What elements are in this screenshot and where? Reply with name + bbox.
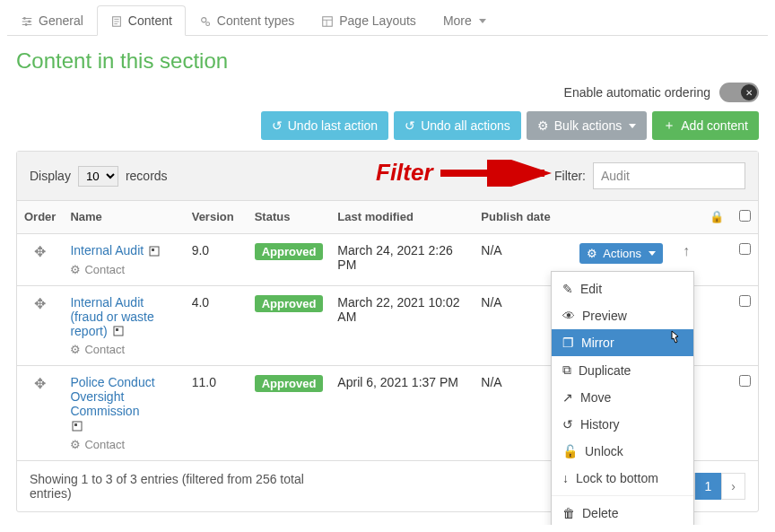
move-up-button[interactable]: ↑	[683, 243, 690, 258]
display-label: Display	[30, 169, 71, 183]
plus-icon: ＋	[663, 118, 675, 134]
tab-more[interactable]: More	[430, 5, 500, 35]
type-icon: ⚙	[70, 438, 81, 451]
menu-edit[interactable]: ✎Edit	[552, 275, 693, 302]
type-icon: ⚙	[70, 263, 81, 276]
last-modified-cell: March 22, 2021 10:02 AM	[330, 285, 474, 365]
document-icon	[110, 13, 123, 28]
menu-move[interactable]: ↗Move	[552, 384, 693, 411]
undo-last-button[interactable]: ↺ Undo last action	[261, 111, 388, 140]
menu-duplicate[interactable]: ⧉Duplicate	[552, 356, 693, 384]
col-actions	[572, 201, 670, 234]
dashboard-icon	[113, 325, 124, 339]
tab-label: General	[39, 13, 83, 28]
status-badge: Approved	[255, 243, 324, 260]
svg-rect-9	[152, 249, 154, 251]
dashboard-icon	[149, 245, 160, 259]
trash-icon: 🗑	[562, 506, 575, 520]
gear-icon: ⚙	[587, 247, 597, 260]
svg-point-5	[206, 22, 210, 26]
auto-order-toggle[interactable]: ✕	[719, 83, 759, 102]
content-link[interactable]: Police Conduct Oversight Commission	[70, 375, 154, 418]
auto-order-row: Enable automatic ordering ✕	[0, 83, 775, 111]
tab-content-types[interactable]: Content types	[186, 5, 308, 35]
tab-content[interactable]: Content	[97, 5, 186, 36]
page-title: Content in this section	[16, 48, 759, 74]
arrow-down-icon: ↓	[562, 471, 569, 485]
records-label: records	[126, 169, 168, 183]
menu-history[interactable]: ↺History	[552, 411, 693, 438]
tab-bar: General Content Content types Page Layou…	[7, 5, 768, 36]
svg-rect-11	[116, 328, 118, 331]
filter-input[interactable]	[593, 162, 745, 189]
tab-label: Content types	[217, 13, 294, 28]
button-label: Add content	[681, 118, 748, 133]
menu-delete[interactable]: 🗑Delete	[552, 500, 693, 525]
last-modified-cell: April 6, 2021 1:37 PM	[330, 365, 474, 460]
tab-label: Content	[128, 13, 172, 28]
undo-icon: ↺	[272, 118, 283, 133]
actions-dropdown: ✎Edit 👁Preview ❐Mirror ⧉Duplicate ↗Move …	[551, 271, 694, 525]
status-badge: Approved	[255, 295, 324, 312]
svg-point-1	[28, 21, 30, 23]
col-order[interactable]: Order	[17, 201, 63, 234]
col-last-modified[interactable]: Last modified	[330, 201, 474, 234]
content-link[interactable]: Internal Audit	[70, 243, 144, 257]
gear-icon: ⚙	[537, 118, 549, 133]
last-modified-cell: March 24, 2021 2:26 PM	[330, 234, 474, 285]
col-status[interactable]: Status	[248, 201, 331, 234]
undo-all-button[interactable]: ↺ Undo all actions	[394, 111, 521, 140]
drag-handle-icon[interactable]: ✥	[34, 296, 46, 311]
copy-icon: ⧉	[562, 362, 571, 378]
content-panel: Display 10 records Filter: Filter Order …	[16, 151, 759, 512]
add-content-button[interactable]: ＋ Add content	[652, 111, 759, 140]
toolbar: ↺ Undo last action ↺ Undo all actions ⚙ …	[0, 111, 775, 151]
col-name[interactable]: Name	[63, 201, 184, 234]
menu-unlock[interactable]: 🔓Unlock	[552, 438, 693, 465]
drag-handle-icon[interactable]: ✥	[34, 376, 46, 391]
select-all-checkbox[interactable]	[739, 210, 751, 222]
chevron-down-icon	[629, 124, 636, 128]
arrow-icon	[439, 160, 555, 187]
undo-icon: ↺	[405, 118, 415, 133]
row-checkbox[interactable]	[739, 375, 751, 387]
button-label: Actions	[603, 247, 641, 260]
row-checkbox[interactable]	[739, 295, 751, 307]
col-lock: 🔒	[702, 201, 731, 234]
content-type-label: ⚙ Contact	[70, 438, 177, 451]
button-label: Undo last action	[288, 118, 378, 133]
actions-button[interactable]: ⚙ Actions	[579, 243, 663, 264]
auto-order-label: Enable automatic ordering	[564, 85, 710, 100]
col-publish-date[interactable]: Publish date	[474, 201, 572, 234]
entries-info: Showing 1 to 3 of 3 entries (filtered fr…	[30, 472, 317, 501]
drag-handle-icon[interactable]: ✥	[34, 244, 46, 259]
svg-point-0	[23, 17, 26, 20]
menu-preview[interactable]: 👁Preview	[552, 302, 693, 329]
tab-label: Page Layouts	[339, 13, 416, 28]
pager-page[interactable]: 1	[695, 473, 722, 500]
menu-lock-bottom[interactable]: ↓Lock to bottom	[552, 465, 693, 492]
gears-icon	[199, 13, 212, 28]
tab-page-layouts[interactable]: Page Layouts	[308, 5, 430, 35]
button-label: Bulk actions	[554, 118, 622, 133]
unlock-icon: 🔓	[562, 444, 578, 458]
version-cell: 9.0	[185, 234, 248, 285]
tab-general[interactable]: General	[7, 5, 97, 35]
svg-point-4	[201, 18, 205, 22]
version-cell: 4.0	[185, 285, 248, 365]
history-icon: ↺	[562, 417, 573, 432]
row-checkbox[interactable]	[739, 243, 751, 255]
chevron-down-icon	[479, 19, 486, 23]
external-icon: ↗	[562, 390, 573, 405]
records-select[interactable]: 10	[78, 166, 118, 187]
type-icon: ⚙	[70, 343, 81, 356]
version-cell: 11.0	[185, 365, 248, 460]
bulk-actions-button[interactable]: ⚙ Bulk actions	[527, 111, 647, 140]
lock-icon: 🔒	[710, 210, 724, 223]
svg-point-2	[25, 23, 28, 26]
dashboard-icon	[72, 420, 177, 434]
col-version[interactable]: Version	[185, 201, 248, 234]
filter-callout: Filter	[376, 159, 555, 187]
svg-rect-13	[74, 423, 77, 426]
pager-next[interactable]: ›	[721, 473, 745, 500]
